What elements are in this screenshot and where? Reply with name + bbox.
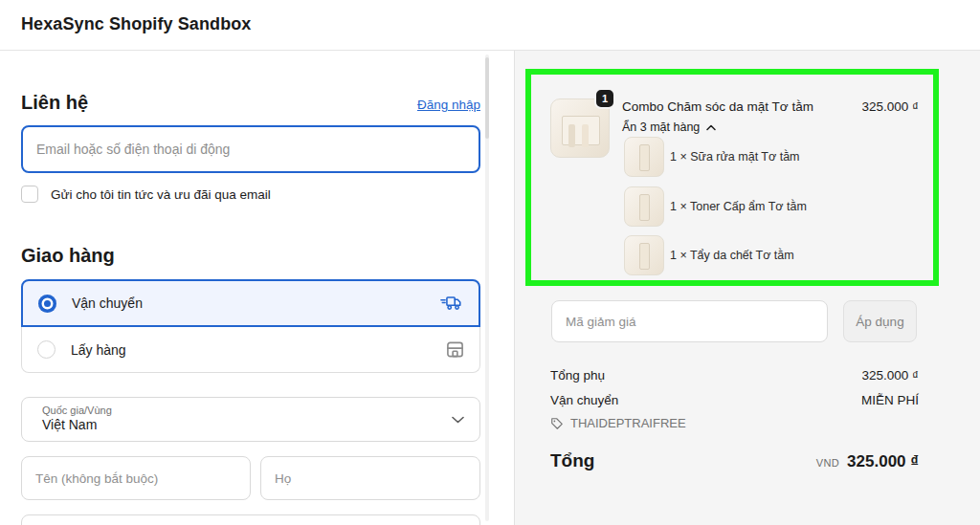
- option-pickup[interactable]: Lấy hàng: [21, 327, 480, 373]
- email-input[interactable]: [21, 125, 480, 173]
- subtotal-row: Tổng phụ 325.000 ₫: [550, 368, 919, 383]
- discount-code-input[interactable]: [551, 300, 828, 342]
- sub-item-label: 1 × Tẩy da chết Tơ tằm: [670, 249, 794, 262]
- option-ship-label: Vận chuyển: [72, 295, 425, 311]
- apply-discount-button[interactable]: Áp dụng: [843, 300, 917, 342]
- product-name: Combo Chăm sóc da mặt Tơ tằm: [622, 99, 837, 114]
- option-pickup-label: Lấy hàng: [71, 342, 431, 358]
- chevron-up-icon: [706, 124, 716, 131]
- newsletter-label: Gửi cho tôi tin tức và ưu đãi qua email: [51, 187, 271, 202]
- product-price: 325.000 ₫: [813, 99, 919, 114]
- sub-item-image: [624, 235, 664, 275]
- radio-selected-icon[interactable]: [38, 295, 56, 313]
- applied-discount: THAIDEPTRAIFREE: [550, 416, 686, 430]
- radio-unselected-icon[interactable]: [37, 340, 56, 359]
- header: HexaSync Shopify Sandbox: [0, 0, 980, 51]
- sub-item-image: [624, 186, 664, 227]
- store-icon: [446, 340, 464, 359]
- name-row: [21, 456, 480, 500]
- total-value: 325.000 ₫: [847, 452, 919, 471]
- shipping-label: Vận chuyển: [550, 393, 618, 407]
- total-value-wrap: VND 325.000 ₫: [816, 452, 919, 471]
- shipping-row: Vận chuyển MIỄN PHÍ: [550, 393, 919, 407]
- store-title: HexaSync Shopify Sandbox: [21, 14, 251, 34]
- hide-items-toggle[interactable]: Ẩn 3 mặt hàng: [622, 120, 716, 134]
- country-select-texts: Quốc gia/Vùng Việt Nam: [42, 405, 452, 432]
- last-name-input[interactable]: [260, 456, 480, 500]
- shipping-value: MIỄN PHÍ: [861, 393, 919, 407]
- tag-icon: [550, 417, 564, 430]
- login-link[interactable]: Đăng nhập: [417, 98, 480, 112]
- first-name-input[interactable]: [21, 456, 251, 500]
- sub-item-label: 1 × Sữa rửa mặt Tơ tằm: [670, 150, 800, 164]
- contact-heading: Liên hệ: [21, 92, 88, 114]
- sub-item-label: 1 × Toner Cấp ẩm Tơ tằm: [670, 200, 807, 213]
- contact-header: Liên hệ Đăng nhập: [21, 92, 480, 114]
- quantity-badge: 1: [594, 88, 615, 109]
- country-select-label: Quốc gia/Vùng: [42, 405, 452, 416]
- address-input-partial[interactable]: [21, 514, 480, 525]
- chevron-down-icon: [452, 416, 464, 424]
- sub-item-image: [624, 137, 664, 177]
- subtotal-label: Tổng phụ: [550, 368, 605, 383]
- shipping-heading: Giao hàng: [21, 245, 115, 267]
- scrollbar-thumb[interactable]: [485, 57, 489, 139]
- newsletter-checkbox[interactable]: [21, 186, 38, 203]
- subtotal-value: 325.000 ₫: [862, 368, 919, 383]
- currency-code: VND: [816, 457, 839, 469]
- country-select[interactable]: Quốc gia/Vùng Việt Nam: [21, 397, 480, 442]
- country-select-value: Việt Nam: [42, 417, 452, 432]
- total-row: Tổng VND 325.000 ₫: [550, 450, 919, 471]
- total-label: Tổng: [550, 450, 594, 471]
- delivery-method-group: Vận chuyển Lấy hàng: [21, 279, 480, 373]
- hide-items-label: Ẩn 3 mặt hàng: [622, 120, 700, 134]
- discount-code-text: THAIDEPTRAIFREE: [570, 416, 686, 430]
- checkout-page: HexaSync Shopify Sandbox Liên hệ Đăng nh…: [0, 0, 980, 525]
- option-ship[interactable]: Vận chuyển: [21, 279, 480, 327]
- truck-icon: [440, 294, 463, 313]
- newsletter-row: Gửi cho tôi tin tức và ưu đãi qua email: [21, 186, 480, 203]
- scrollbar-track[interactable]: [485, 55, 489, 521]
